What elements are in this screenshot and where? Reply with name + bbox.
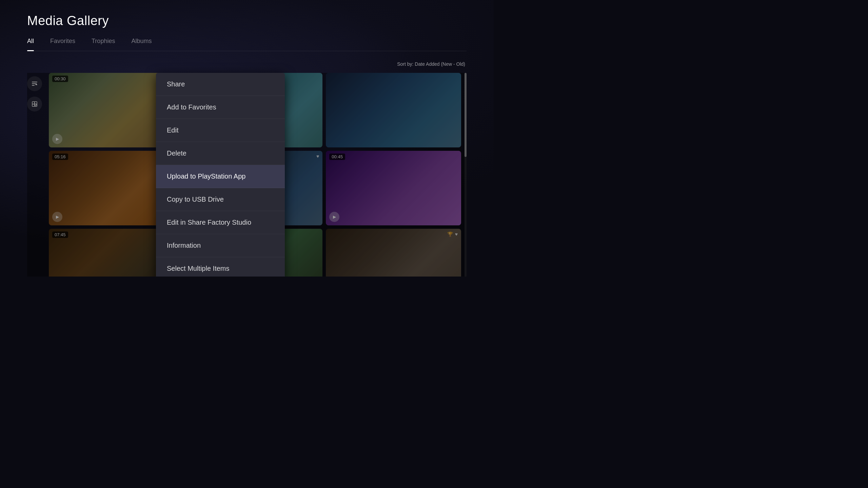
tab-albums[interactable]: Albums (131, 38, 152, 46)
tab-favorites[interactable]: Favorites (50, 38, 75, 46)
item-duration: 05:16 (52, 154, 68, 160)
page-title: Media Gallery (27, 14, 467, 28)
item-duration: 00:30 (52, 76, 68, 82)
item-badges: ♥ (316, 154, 319, 159)
svg-rect-0 (32, 82, 37, 82)
item-badges: 🏆 ♥ (447, 231, 458, 237)
tab-trophies[interactable]: Trophies (92, 38, 115, 46)
svg-rect-5 (35, 102, 37, 104)
sort-label[interactable]: Sort by: Date Added (New - Old) (397, 61, 465, 67)
scrollbar[interactable] (465, 73, 467, 277)
play-button[interactable]: ▶ (52, 134, 62, 144)
scrollbar-thumb (465, 73, 467, 157)
svg-rect-4 (32, 102, 35, 104)
select-items-button[interactable] (27, 97, 42, 111)
svg-rect-6 (32, 104, 35, 106)
item-duration: 00:45 (329, 154, 345, 160)
grid-item[interactable] (326, 73, 461, 147)
menu-item-share[interactable]: Share (156, 73, 285, 96)
grid-item[interactable]: 00:45 ▶ (326, 151, 461, 225)
tabs-nav: All Favorites Trophies Albums (27, 38, 467, 51)
tab-all[interactable]: All (27, 38, 34, 46)
menu-item-share-factory[interactable]: Edit in Share Factory Studio (156, 211, 285, 234)
svg-rect-1 (32, 83, 36, 84)
context-menu: Share Add to Favorites Edit Delete Uploa… (156, 73, 285, 277)
menu-item-information[interactable]: Information (156, 234, 285, 257)
menu-item-upload-ps-app[interactable]: Upload to PlayStation App (156, 165, 285, 188)
menu-item-copy-usb[interactable]: Copy to USB Drive (156, 188, 285, 211)
menu-item-select-multiple[interactable]: Select Multiple Items (156, 257, 285, 277)
grid-item[interactable]: 🏆 ♥ (326, 229, 461, 277)
content-area: 00:30 🏆 ▶ 05:16 🏆 ♥ ▶ (27, 73, 467, 277)
menu-item-edit[interactable]: Edit (156, 119, 285, 142)
item-duration: 07:45 (52, 231, 68, 238)
sort-bar: Sort by: Date Added (New - Old) (27, 61, 467, 67)
menu-item-add-favorites[interactable]: Add to Favorites (156, 96, 285, 119)
heart-badge: ♥ (455, 231, 458, 237)
play-button[interactable]: ▶ (52, 212, 62, 222)
heart-badge: ♥ (316, 154, 319, 159)
sidebar (27, 73, 42, 277)
menu-item-delete[interactable]: Delete (156, 142, 285, 165)
filter-sort-button[interactable] (27, 76, 42, 91)
svg-rect-2 (32, 85, 35, 86)
trophy-badge: 🏆 (447, 231, 453, 237)
